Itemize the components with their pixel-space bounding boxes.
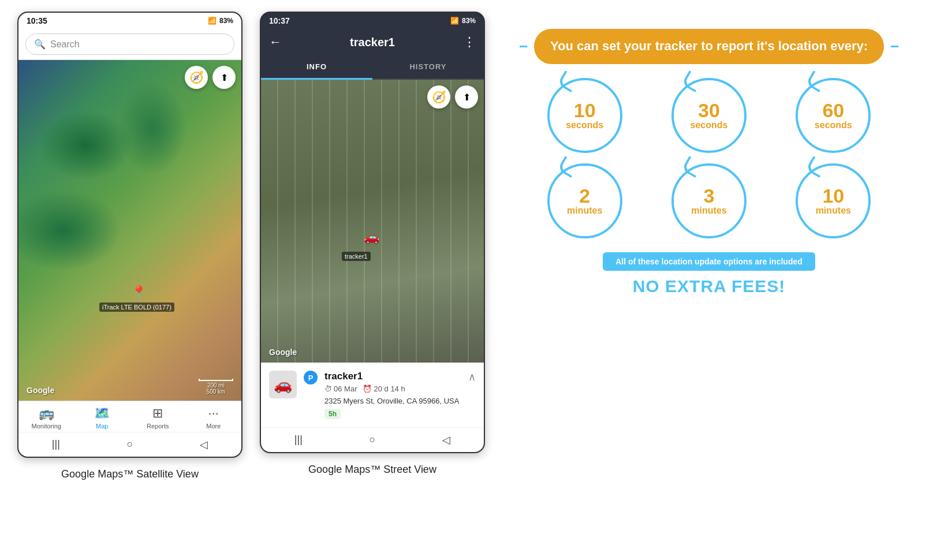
circle-10m-ring: 10 minutes (796, 163, 871, 238)
headline-line-left (520, 46, 527, 47)
headline-line-right (891, 46, 898, 47)
phone1-screen: 10:35 📶 83% 🔍 Search 🧭 ⬆ 📍 (17, 12, 242, 458)
circle-30s: 30 seconds (650, 78, 768, 153)
circle-30s-unit: seconds (691, 120, 728, 130)
included-badge: All of these location update options are… (603, 252, 815, 271)
phone2-map-label: tracker1 (342, 252, 371, 261)
tab-info-label: INFO (307, 62, 327, 71)
tracker-duration: ⏰ 20 d 14 h (363, 384, 405, 393)
monitoring-icon: 🚌 (39, 406, 54, 421)
circle-3m-ring: 3 minutes (671, 163, 747, 238)
circle-2m-unit: minutes (567, 206, 602, 216)
tracker-badge: 5h (324, 409, 341, 419)
phone1-google-watermark: Google (27, 386, 54, 395)
phone2-sys-recents[interactable]: ◁ (442, 434, 450, 446)
phone2-wrapper: 10:37 📶 83% ← tracker1 ⋮ INFO HISTORY (260, 12, 485, 476)
sys-recents-btn[interactable]: ◁ (200, 438, 208, 451)
sys-home-btn[interactable]: ○ (127, 438, 133, 451)
phone2-battery-icon: 83% (462, 17, 476, 25)
nav-map[interactable]: 🗺️ Map (82, 406, 122, 430)
phone2-time: 10:37 (269, 16, 290, 25)
phone2-tabs: INFO HISTORY (261, 55, 484, 80)
phone1-caption: Google Maps™ Satellite View (61, 468, 199, 480)
circle-30s-ring: 30 seconds (671, 78, 747, 153)
phone1-compass-btn[interactable]: 🧭 (185, 66, 208, 89)
back-arrow-icon[interactable]: ← (269, 35, 282, 50)
circle-3m-unit: minutes (691, 206, 726, 216)
tracker-address: 2325 Myers St, Oroville, CA 95966, USA (324, 397, 461, 405)
circle-3m: 3 minutes (650, 163, 768, 238)
phone1-tracker-pin: 📍 (131, 285, 147, 300)
phone2-google-watermark: Google (269, 348, 297, 357)
circle-2m: 2 minutes (525, 163, 644, 238)
headline-box: You can set your tracker to report it's … (534, 29, 884, 64)
clock-icon: ⏱ (324, 384, 332, 393)
phone1-search-input[interactable]: 🔍 Search (25, 33, 234, 55)
tab-info[interactable]: INFO (261, 55, 372, 80)
phone2-caption: Google Maps™ Street View (308, 464, 436, 476)
phone1-status-bar: 10:35 📶 83% (18, 13, 241, 29)
phone1-map: 🧭 ⬆ 📍 iTrack LTE BOLD (0177) Google 200 … (18, 60, 241, 401)
phone2-tracker-pin: 🚗 (364, 230, 379, 245)
nav-monitoring-label: Monitoring (32, 423, 61, 430)
tracker-meta: ⏱ 06 Mar ⏰ 20 d 14 h (324, 384, 461, 393)
circle-60s-unit: seconds (815, 120, 852, 130)
circle-2m-ring: 2 minutes (547, 163, 622, 238)
scale-500km: 500 km (199, 389, 233, 395)
nav-more[interactable]: ··· More (193, 406, 234, 430)
circle-60s: 60 seconds (774, 78, 893, 153)
phone2-tracker-title: tracker1 (350, 36, 395, 49)
tracker-info-row: 🚗 P tracker1 ⏱ 06 Mar ⏰ 20 d 14 h (269, 371, 476, 419)
phone1-status-icons: 📶 83% (208, 17, 233, 25)
tracker-date: ⏱ 06 Mar (324, 384, 357, 393)
phone2-sys-back[interactable]: ||| (294, 434, 303, 446)
collapse-icon[interactable]: ∧ (468, 371, 476, 383)
phone2-wifi-icon: 📶 (450, 17, 459, 25)
sys-back-btn[interactable]: ||| (52, 438, 60, 451)
phone2-compass-btn[interactable]: 🧭 (427, 85, 450, 109)
headline-text: You can set your tracker to report it's … (550, 38, 868, 55)
no-fees-text: NO EXTRA FEES! (633, 277, 786, 296)
phone2-status-bar: 10:37 📶 83% (261, 13, 484, 29)
phone2-status-icons: 📶 83% (450, 17, 476, 25)
phone1-map-scale: 200 mi 500 km (199, 379, 233, 395)
phone2-screen: 10:37 📶 83% ← tracker1 ⋮ INFO HISTORY (260, 12, 485, 453)
phone1-system-nav: ||| ○ ◁ (18, 432, 241, 457)
nav-reports-label: Reports (147, 423, 169, 430)
circle-3m-number: 3 (704, 186, 715, 206)
nav-more-label: More (206, 423, 221, 430)
phone1-time: 10:35 (27, 16, 47, 25)
circle-10m: 10 minutes (774, 163, 893, 238)
tracker-name: tracker1 (324, 371, 461, 382)
phone1-location-btn[interactable]: ⬆ (212, 66, 236, 89)
tracker-image: 🚗 (269, 371, 297, 398)
search-placeholder: Search (50, 39, 80, 50)
phone1-battery-icon: 83% (219, 17, 233, 25)
phone2-location-btn[interactable]: ⬆ (455, 85, 478, 109)
map-icon: 🗺️ (94, 406, 110, 421)
phone2-sys-home[interactable]: ○ (370, 434, 376, 446)
phone1-tracker-label: iTrack LTE BOLD (0177) (99, 303, 174, 312)
no-fees-section: All of these location update options are… (520, 252, 898, 296)
tab-history[interactable]: HISTORY (372, 55, 484, 79)
circle-10s: 10 seconds (525, 78, 644, 153)
phone1-wifi-icon: 📶 (208, 17, 217, 25)
circle-10s-ring: 10 seconds (547, 78, 622, 153)
reports-icon: ⊞ (152, 406, 163, 421)
scale-200mi: 200 mi (199, 382, 233, 389)
circle-10m-unit: minutes (816, 206, 851, 216)
circle-10s-unit: seconds (566, 120, 603, 130)
menu-dots-icon[interactable]: ⋮ (463, 35, 476, 50)
tracker-details: tracker1 ⏱ 06 Mar ⏰ 20 d 14 h 2325 Mye (324, 371, 461, 419)
circle-10m-number: 10 (822, 186, 844, 206)
nav-monitoring[interactable]: 🚌 Monitoring (26, 406, 66, 430)
circle-60s-ring: 60 seconds (796, 78, 871, 153)
phone1-search-bar: 🔍 Search (18, 29, 241, 60)
info-panel: You can set your tracker to report it's … (502, 12, 916, 308)
phone2-tracker-header: ← tracker1 ⋮ (261, 29, 484, 55)
tab-history-label: HISTORY (409, 62, 446, 71)
phone1-wrapper: 10:35 📶 83% 🔍 Search 🧭 ⬆ 📍 (17, 12, 242, 480)
nav-reports[interactable]: ⊞ Reports (137, 406, 178, 430)
nav-map-label: Map (96, 423, 108, 430)
timer-icon: ⏰ (363, 384, 372, 393)
